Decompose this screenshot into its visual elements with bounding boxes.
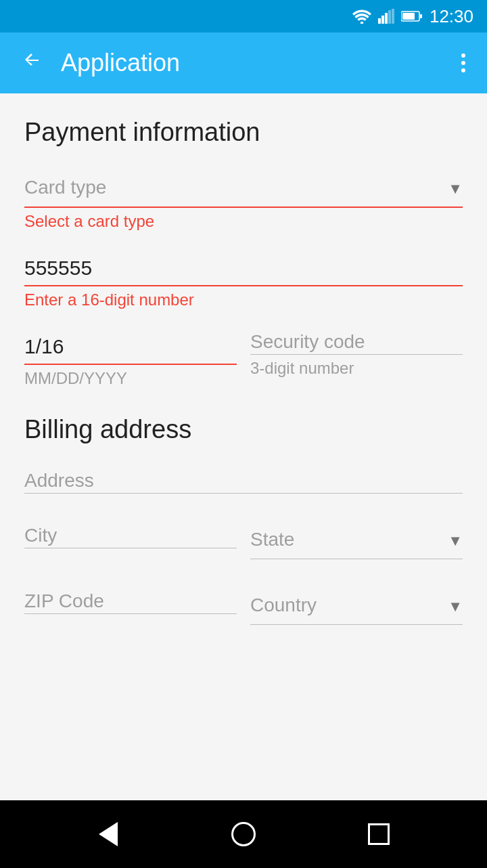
zip-code-underline	[24, 613, 237, 614]
status-time: 12:30	[430, 6, 473, 27]
nav-recents-button[interactable]	[362, 817, 396, 851]
wifi-icon	[352, 9, 371, 24]
card-number-value: 555555	[24, 253, 463, 284]
app-bar: Application	[0, 32, 487, 93]
city-field[interactable]: City	[24, 519, 237, 548]
security-code-placeholder: Security code	[250, 331, 365, 352]
state-underline	[250, 559, 463, 559]
state-placeholder: State	[250, 529, 294, 550]
zip-code-field[interactable]: ZIP Code	[24, 585, 237, 614]
menu-dot	[461, 53, 465, 58]
svg-rect-5	[392, 9, 394, 24]
country-placeholder: Country	[250, 594, 317, 616]
payment-section-title: Payment information	[24, 118, 463, 147]
back-triangle-icon	[99, 822, 118, 846]
expiry-value: 1/16	[24, 331, 237, 362]
expiry-format-hint: MM/DD/YYYY	[24, 369, 237, 388]
address-placeholder: Address	[24, 470, 94, 491]
card-type-underline	[24, 207, 463, 208]
country-dropdown-arrow: ▼	[448, 598, 463, 615]
battery-icon	[401, 10, 423, 22]
svg-rect-7	[420, 14, 422, 18]
card-number-error: Enter a 16-digit number	[24, 290, 463, 309]
expiry-underline	[24, 364, 237, 365]
billing-section: Billing address Address City State ▼	[24, 415, 463, 625]
security-code-field[interactable]: Security code 3-digit number	[250, 326, 463, 378]
city-underline	[24, 548, 237, 548]
expiry-field[interactable]: 1/16 MM/DD/YYYY	[24, 326, 237, 388]
status-bar: 12:30	[0, 0, 487, 32]
payment-section: Payment information Card type ▼ Select a…	[24, 118, 463, 388]
state-dropdown-arrow: ▼	[448, 532, 463, 550]
country-field[interactable]: Country ▼	[250, 585, 463, 625]
back-button[interactable]	[16, 45, 47, 81]
card-number-underline	[24, 285, 463, 286]
svg-rect-2	[381, 16, 384, 24]
app-bar-title: Application	[61, 49, 442, 77]
overflow-menu-button[interactable]	[456, 48, 471, 78]
svg-point-0	[361, 22, 363, 24]
signal-icon	[378, 9, 394, 24]
bottom-nav	[0, 800, 487, 868]
svg-rect-8	[402, 13, 415, 20]
content-area: Payment information Card type ▼ Select a…	[0, 93, 487, 800]
home-circle-icon	[231, 822, 256, 846]
status-icons: 12:30	[352, 6, 473, 27]
city-placeholder: City	[24, 525, 57, 546]
svg-rect-1	[378, 18, 381, 24]
card-type-error: Select a card type	[24, 212, 463, 231]
state-field[interactable]: State ▼	[250, 519, 463, 559]
nav-home-button[interactable]	[227, 817, 260, 851]
svg-rect-4	[388, 10, 391, 24]
card-type-field[interactable]: Card type ▼ Select a card type	[24, 167, 463, 231]
address-field[interactable]: Address	[24, 464, 463, 494]
security-code-hint: 3-digit number	[250, 359, 463, 378]
security-code-underline	[250, 354, 463, 355]
menu-dot	[461, 68, 465, 72]
svg-rect-3	[385, 13, 388, 24]
card-type-placeholder: Card type	[24, 177, 106, 198]
card-type-dropdown-arrow: ▼	[448, 180, 463, 198]
zip-code-placeholder: ZIP Code	[24, 590, 104, 611]
recents-square-icon	[368, 823, 390, 845]
menu-dot	[461, 61, 465, 65]
country-underline	[250, 624, 463, 625]
nav-back-button[interactable]	[91, 817, 125, 851]
card-number-field[interactable]: 555555 Enter a 16-digit number	[24, 247, 463, 309]
address-underline	[24, 493, 463, 494]
billing-section-title: Billing address	[24, 415, 463, 444]
